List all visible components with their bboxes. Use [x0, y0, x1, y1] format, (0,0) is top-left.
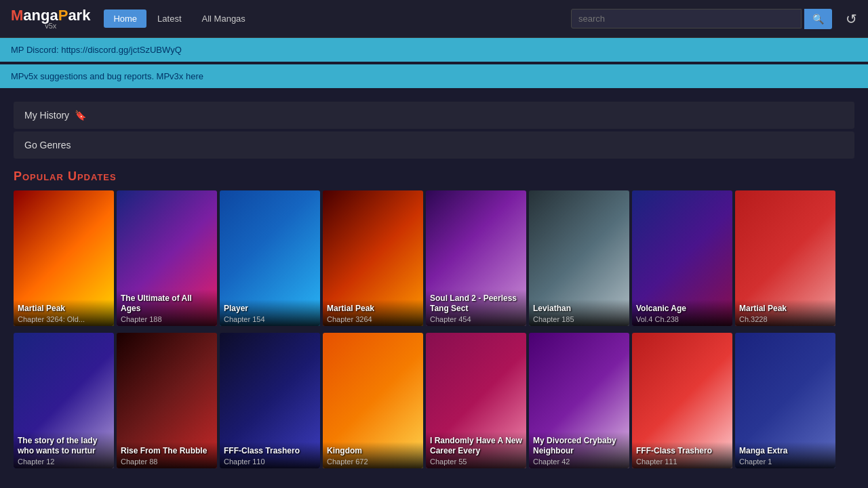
manga-title: Player: [224, 304, 316, 314]
manga-overlay: My Divorced Crybaby Neighbour Chapter 42: [529, 432, 629, 468]
manga-overlay: Soul Land 2 - Peerless Tang Sect Chapter…: [426, 289, 526, 326]
manga-chapter: Chapter 110: [224, 458, 316, 466]
manga-title: Leviathan: [533, 304, 625, 314]
manga-chapter: Chapter 454: [430, 315, 522, 323]
manga-chapter: Vol.4 Ch.238: [636, 315, 728, 323]
navbar: MangaPark v5x Home Latest All Mangas 🔍 ↺: [0, 0, 868, 38]
manga-chapter: Chapter 55: [430, 458, 522, 466]
search-area: 🔍 ↺: [571, 9, 857, 29]
manga-cover: Kingdom Chapter 672: [323, 333, 423, 468]
manga-cover: Manga Extra Chapter 1: [735, 333, 835, 468]
manga-overlay: Leviathan Chapter 185: [529, 300, 629, 326]
discord-banner[interactable]: MP Discord: https://discord.gg/jctSzUBWy…: [0, 38, 868, 62]
manga-title: The story of the lady who wants to nurtu…: [18, 436, 110, 457]
suggestions-link[interactable]: MPv5x suggestions and bug reports. MPv3x…: [11, 71, 203, 81]
manga-card[interactable]: Martial Peak Chapter 3264: [323, 190, 423, 326]
nav-all-mangas[interactable]: All Mangas: [193, 9, 255, 28]
logo-p: P: [58, 7, 68, 24]
discord-link[interactable]: MP Discord: https://discord.gg/jctSzUBWy…: [11, 45, 182, 55]
manga-overlay: FFF-Class Trashero Chapter 111: [632, 442, 732, 468]
manga-title: My Divorced Crybaby Neighbour: [533, 436, 625, 457]
manga-title: I Randomly Have A New Career Every: [430, 436, 522, 457]
manga-cover: My Divorced Crybaby Neighbour Chapter 42: [529, 333, 629, 468]
manga-chapter: Ch.3228: [739, 315, 831, 323]
manga-card[interactable]: Martial Peak Chapter 3264: Old...: [14, 190, 114, 326]
manga-chapter: Chapter 154: [224, 315, 316, 323]
manga-overlay: Player Chapter 154: [220, 300, 320, 326]
manga-card[interactable]: Martial Peak Ch.3228: [735, 190, 835, 326]
manga-title: Manga Extra: [739, 446, 831, 457]
manga-overlay: Martial Peak Ch.3228: [735, 300, 835, 326]
logo-m: M: [11, 7, 23, 24]
popular-updates-title: Popular Updates: [14, 169, 854, 184]
manga-overlay: Kingdom Chapter 672: [323, 442, 423, 468]
manga-card[interactable]: The Ultimate of All Ages Chapter 188: [117, 190, 217, 326]
manga-row-2: The story of the lady who wants to nurtu…: [14, 333, 854, 468]
manga-chapter: Chapter 3264: Old...: [18, 315, 110, 323]
manga-cover: Martial Peak Chapter 3264: [323, 190, 423, 326]
manga-chapter: Chapter 42: [533, 458, 625, 466]
manga-chapter: Chapter 188: [121, 315, 213, 323]
manga-overlay: I Randomly Have A New Career Every Chapt…: [426, 432, 526, 468]
manga-chapter: Chapter 111: [636, 458, 728, 466]
manga-title: FFF-Class Trashero: [636, 446, 728, 457]
go-genres-label: Go Genres: [24, 140, 71, 150]
manga-cover: Player Chapter 154: [220, 190, 320, 326]
my-history-row[interactable]: My History 🔖: [14, 102, 854, 129]
search-button[interactable]: 🔍: [804, 9, 832, 29]
manga-title: Martial Peak: [18, 304, 110, 314]
manga-cover: I Randomly Have A New Career Every Chapt…: [426, 333, 526, 468]
manga-cover: Volcanic Age Vol.4 Ch.238: [632, 190, 732, 326]
manga-card[interactable]: My Divorced Crybaby Neighbour Chapter 42: [529, 333, 629, 468]
main-content: My History 🔖 Go Genres Popular Updates M…: [0, 91, 868, 479]
manga-card[interactable]: Rise From The Rubble Chapter 88: [117, 333, 217, 468]
suggestions-banner[interactable]: MPv5x suggestions and bug reports. MPv3x…: [0, 64, 868, 88]
manga-cover: Soul Land 2 - Peerless Tang Sect Chapter…: [426, 190, 526, 326]
manga-cover: The Ultimate of All Ages Chapter 188: [117, 190, 217, 326]
manga-card[interactable]: Leviathan Chapter 185: [529, 190, 629, 326]
manga-title: Martial Peak: [739, 304, 831, 314]
manga-card[interactable]: FFF-Class Trashero Chapter 110: [220, 333, 320, 468]
manga-title: Rise From The Rubble: [121, 446, 213, 457]
manga-chapter: Chapter 88: [121, 458, 213, 466]
manga-title: Kingdom: [327, 446, 419, 457]
login-icon[interactable]: ↺: [846, 11, 857, 27]
manga-card[interactable]: I Randomly Have A New Career Every Chapt…: [426, 333, 526, 468]
manga-card[interactable]: Volcanic Age Vol.4 Ch.238: [632, 190, 732, 326]
my-history-label: My History: [24, 110, 69, 121]
manga-title: FFF-Class Trashero: [224, 446, 316, 457]
manga-overlay: The story of the lady who wants to nurtu…: [14, 432, 114, 468]
manga-cover: FFF-Class Trashero Chapter 111: [632, 333, 732, 468]
manga-row-1: Martial Peak Chapter 3264: Old... The Ul…: [14, 190, 854, 326]
go-genres-row[interactable]: Go Genres: [14, 131, 854, 159]
logo[interactable]: MangaPark v5x: [11, 8, 90, 30]
manga-overlay: Martial Peak Chapter 3264: Old...: [14, 300, 114, 326]
manga-card[interactable]: Soul Land 2 - Peerless Tang Sect Chapter…: [426, 190, 526, 326]
manga-rows: Martial Peak Chapter 3264: Old... The Ul…: [14, 190, 854, 468]
manga-chapter: Chapter 12: [18, 458, 110, 466]
nav-home[interactable]: Home: [104, 9, 146, 28]
manga-overlay: Martial Peak Chapter 3264: [323, 300, 423, 326]
manga-chapter: Chapter 1: [739, 458, 831, 466]
nav-links: Home Latest All Mangas: [104, 9, 254, 28]
manga-card[interactable]: The story of the lady who wants to nurtu…: [14, 333, 114, 468]
manga-cover: Martial Peak Ch.3228: [735, 190, 835, 326]
search-input[interactable]: [571, 9, 802, 28]
manga-overlay: FFF-Class Trashero Chapter 110: [220, 442, 320, 468]
manga-card[interactable]: Manga Extra Chapter 1: [735, 333, 835, 468]
manga-title: Volcanic Age: [636, 304, 728, 314]
manga-cover: Leviathan Chapter 185: [529, 190, 629, 326]
manga-card[interactable]: Kingdom Chapter 672: [323, 333, 423, 468]
manga-cover: FFF-Class Trashero Chapter 110: [220, 333, 320, 468]
manga-title: Soul Land 2 - Peerless Tang Sect: [430, 293, 522, 314]
manga-card[interactable]: Player Chapter 154: [220, 190, 320, 326]
nav-latest[interactable]: Latest: [148, 9, 191, 28]
manga-overlay: Volcanic Age Vol.4 Ch.238: [632, 300, 732, 326]
manga-card[interactable]: FFF-Class Trashero Chapter 111: [632, 333, 732, 468]
bookmark-icon: 🔖: [75, 110, 86, 121]
manga-overlay: Rise From The Rubble Chapter 88: [117, 442, 217, 468]
manga-chapter: Chapter 672: [327, 458, 419, 466]
logo-ark: ark: [68, 7, 90, 24]
manga-title: The Ultimate of All Ages: [121, 293, 213, 314]
manga-title: Martial Peak: [327, 304, 419, 314]
